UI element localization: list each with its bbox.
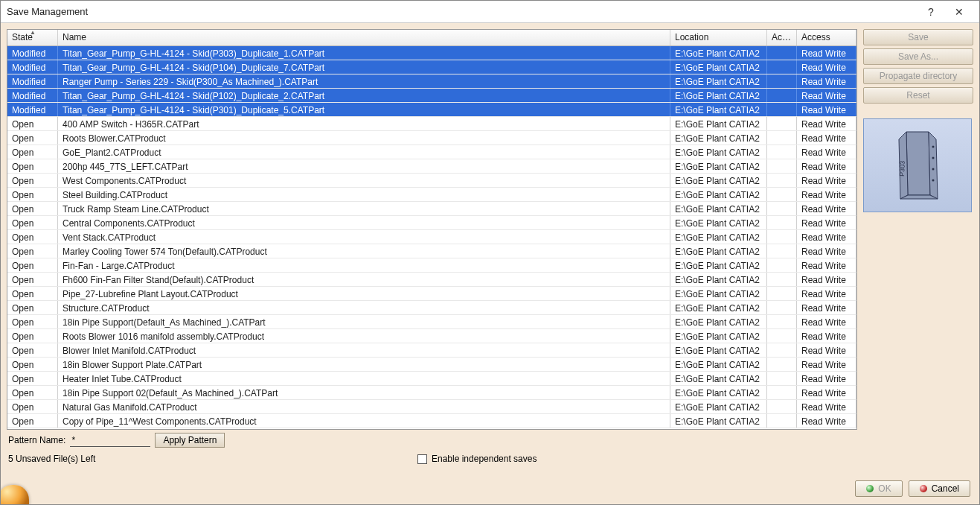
table-row[interactable]: OpenFh600 Fin-Fan Filter Stand(Default).…: [7, 273, 856, 287]
cell-location: E:\GoE Plant CATIA2: [670, 258, 767, 272]
enable-independent-row[interactable]: Enable independent saves: [417, 454, 537, 464]
table-row[interactable]: OpenVent Stack.CATProductE:\GoE Plant CA…: [7, 230, 856, 244]
cell-action: [767, 174, 797, 187]
cell-location: E:\GoE Plant CATIA2: [670, 329, 767, 343]
cell-action: [767, 329, 797, 343]
sidebar: Save Save As... Propagate directory Rese…: [863, 29, 973, 430]
cell-name: Central Components.CATProduct: [58, 216, 670, 229]
cell-state: Open: [7, 244, 58, 258]
cell-access: Read Write: [797, 386, 856, 399]
ok-button[interactable]: OK: [855, 480, 902, 497]
cell-action: [767, 216, 797, 229]
cell-access: Read Write: [797, 358, 856, 371]
cell-state: Open: [7, 400, 58, 413]
table-row[interactable]: OpenTruck Ramp Steam Line.CATProductE:\G…: [7, 202, 856, 216]
table-row[interactable]: OpenSteel Building.CATProductE:\GoE Plan…: [7, 188, 856, 202]
table-row[interactable]: OpenWest Components.CATProductE:\GoE Pla…: [7, 174, 856, 188]
cell-access: Read Write: [797, 216, 856, 229]
cell-access: Read Write: [797, 174, 856, 187]
table-row[interactable]: ModifiedTitan_Gear_Pump_G-HL-4124 - Skid…: [7, 103, 856, 117]
cell-access: Read Write: [797, 74, 856, 88]
svg-point-5: [932, 157, 935, 159]
cell-access: Read Write: [797, 273, 856, 286]
cell-state: Open: [7, 188, 58, 201]
save-as-button[interactable]: Save As...: [863, 48, 973, 65]
col-action-header[interactable]: Acti...: [767, 30, 797, 45]
svg-point-4: [932, 146, 935, 148]
cell-name: Titan_Gear_Pump_G-HL-4124 - Skid(P104)_D…: [58, 60, 670, 74]
cell-state: Modified: [7, 89, 58, 102]
table-row[interactable]: OpenGoE_Plant2.CATProductE:\GoE Plant CA…: [7, 145, 856, 159]
reset-button[interactable]: Reset: [863, 87, 973, 104]
table-row[interactable]: Open18in Blower Support Plate.CATPartE:\…: [7, 358, 856, 372]
svg-marker-0: [906, 132, 930, 195]
save-button[interactable]: Save: [863, 29, 973, 45]
preview-thumbnail: P303: [863, 118, 972, 212]
cell-location: E:\GoE Plant CATIA2: [670, 301, 767, 314]
pattern-input[interactable]: [70, 434, 150, 447]
table-row[interactable]: ModifiedTitan_Gear_Pump_G-HL-4124 - Skid…: [7, 60, 856, 74]
cell-name: 18in Blower Support Plate.CATPart: [58, 358, 670, 371]
cell-state: Open: [7, 343, 58, 357]
close-button[interactable]: ✕: [945, 1, 973, 22]
table-row[interactable]: OpenRoots Blower.CATProductE:\GoE Plant …: [7, 131, 856, 145]
cell-state: Open: [7, 202, 58, 215]
cell-state: Open: [7, 159, 58, 173]
cell-name: Structure.CATProduct: [58, 301, 670, 314]
help-button[interactable]: ?: [917, 1, 945, 22]
cell-location: E:\GoE Plant CATIA2: [670, 159, 767, 173]
footer-buttons: OK Cancel: [855, 480, 970, 497]
table-row[interactable]: OpenCentral Components.CATProductE:\GoE …: [7, 216, 856, 230]
col-state-header[interactable]: State ▲: [7, 30, 58, 45]
table-row[interactable]: OpenFin-Fan - Large.CATProductE:\GoE Pla…: [7, 258, 856, 273]
cell-location: E:\GoE Plant CATIA2: [670, 117, 767, 130]
table-rows[interactable]: ModifiedTitan_Gear_Pump_G-HL-4124 - Skid…: [7, 46, 856, 430]
col-location-header[interactable]: Location: [670, 30, 767, 45]
table-row[interactable]: ModifiedRanger Pump - Series 229 - Skid(…: [7, 74, 856, 89]
apply-pattern-button[interactable]: Apply Pattern: [155, 433, 225, 448]
table-row[interactable]: OpenNatural Gas Manifold.CATProductE:\Go…: [7, 400, 856, 414]
propagate-directory-button[interactable]: Propagate directory: [863, 68, 973, 84]
cell-location: E:\GoE Plant CATIA2: [670, 244, 767, 258]
table-row[interactable]: OpenRoots Blower 1016 manifold assembly.…: [7, 329, 856, 343]
table-row[interactable]: OpenCopy of Pipe_11^West Components.CATP…: [7, 414, 856, 428]
table-row[interactable]: ModifiedTitan_Gear_Pump_G-HL-4124 - Skid…: [7, 89, 856, 103]
col-name-header[interactable]: Name: [58, 30, 670, 45]
table-row[interactable]: OpenMarley Cooling Tower 574 Ton(Default…: [7, 244, 856, 258]
table-row[interactable]: OpenStructure.CATProductE:\GoE Plant CAT…: [7, 301, 856, 315]
cancel-button[interactable]: Cancel: [909, 480, 970, 497]
table-row[interactable]: Open400 AMP Switch - H365R.CATPartE:\GoE…: [7, 117, 856, 131]
cell-action: [767, 159, 797, 173]
cell-location: E:\GoE Plant CATIA2: [670, 273, 767, 286]
cell-name: Roots Blower 1016 manifold assembly.CATP…: [58, 329, 670, 343]
col-access-header[interactable]: Access: [797, 30, 856, 45]
cell-name: Steel Building.CATProduct: [58, 188, 670, 201]
cell-state: Open: [7, 386, 58, 399]
table-row[interactable]: Open18in Pipe Support(Default_As Machine…: [7, 315, 856, 329]
cell-name: Ranger Pump - Series 229 - Skid(P300_As …: [58, 74, 670, 88]
cell-name: Marley Cooling Tower 574 Ton(Default).CA…: [58, 244, 670, 258]
cell-location: E:\GoE Plant CATIA2: [670, 89, 767, 102]
table-row[interactable]: ModifiedTitan_Gear_Pump_G-HL-4124 - Skid…: [7, 46, 856, 60]
enable-independent-checkbox[interactable]: [417, 454, 427, 464]
table-row[interactable]: OpenHeater Inlet Tube.CATProductE:\GoE P…: [7, 372, 856, 386]
cell-location: E:\GoE Plant CATIA2: [670, 202, 767, 215]
cell-location: E:\GoE Plant CATIA2: [670, 315, 767, 328]
cell-access: Read Write: [797, 414, 856, 428]
cell-action: [767, 131, 797, 144]
cell-access: Read Write: [797, 329, 856, 343]
cell-state: Open: [7, 145, 58, 159]
cell-location: E:\GoE Plant CATIA2: [670, 103, 767, 116]
table-row[interactable]: Open18in Pipe Support 02(Default_As Mach…: [7, 386, 856, 400]
table-row[interactable]: OpenPipe_27-Lubrefine Plant Layout.CATPr…: [7, 287, 856, 301]
cell-action: [767, 287, 797, 300]
cell-state: Modified: [7, 46, 58, 60]
cell-name: Roots Blower.CATProduct: [58, 131, 670, 144]
cell-location: E:\GoE Plant CATIA2: [670, 216, 767, 229]
cell-name: 18in Pipe Support 02(Default_As Machined…: [58, 386, 670, 399]
cell-action: [767, 145, 797, 159]
table-row[interactable]: Open200hp 445_7TS_LEFT.CATPartE:\GoE Pla…: [7, 159, 856, 174]
table-row[interactable]: OpenBlower Inlet Manifold.CATProductE:\G…: [7, 343, 856, 358]
cell-location: E:\GoE Plant CATIA2: [670, 60, 767, 74]
cell-access: Read Write: [797, 343, 856, 357]
